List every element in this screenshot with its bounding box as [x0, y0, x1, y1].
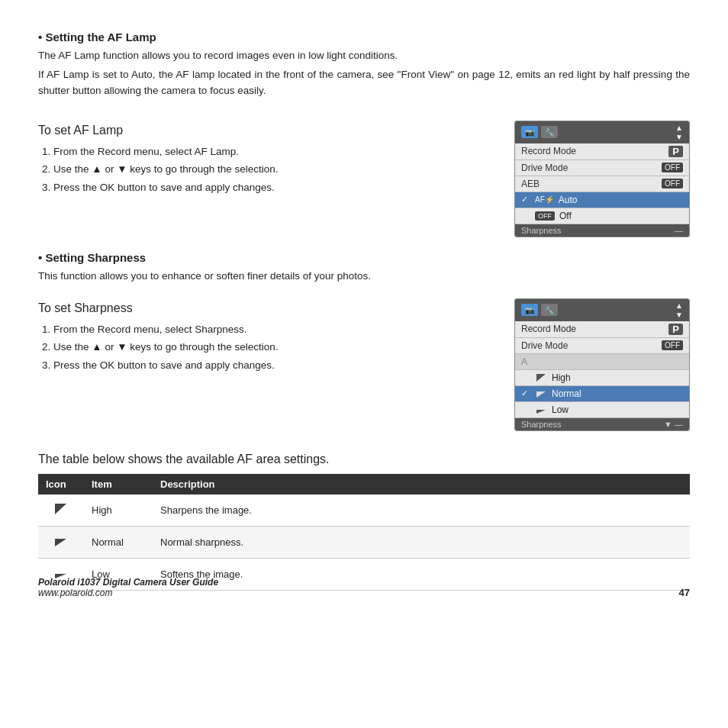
footer-left: Polaroid i1037 Digital Camera User Guide… [38, 577, 218, 598]
table-intro: The table below shows the available AF a… [38, 453, 690, 466]
wrench-icon: 🔧 [541, 126, 558, 138]
high-icon-svg [53, 502, 69, 516]
cam-sharp-drive-mode-label: Drive Mode [521, 340, 568, 351]
cam-sharp-record-mode-label: Record Mode [521, 324, 576, 334]
cam-record-mode-label: Record Mode [521, 146, 576, 156]
sharp-high-option: High [515, 370, 689, 386]
nav-arrows: ▲ ▼ [675, 124, 683, 141]
nav-arrows-2: ▲ ▼ [675, 301, 683, 319]
cam-record-mode-row: Record Mode P [515, 143, 689, 160]
table-icon-high [38, 494, 84, 527]
wrench-icon-2: 🔧 [541, 304, 558, 316]
svg-marker-2 [536, 410, 546, 414]
high-sharp-icon [535, 372, 547, 383]
sharpness-camera-ui: 📷 🔧 ▲ ▼ Record Mode P Drive Mode OFF [514, 298, 690, 431]
normal-sharp-icon [535, 388, 547, 399]
cam-drive-mode-value: OFF [662, 163, 683, 172]
sharpness-value-2: ▼ — [664, 420, 683, 429]
up-arrow-icon: ▲ [675, 124, 683, 132]
table-header-row: Icon Item Description [38, 474, 690, 494]
af-auto-label: Auto [559, 195, 578, 205]
sharp-normal-label: Normal [552, 388, 581, 399]
cam-sharp-header: 📷 🔧 ▲ ▼ [515, 299, 689, 321]
cam-sharp-record-mode-value: P [668, 324, 683, 335]
af-lamp-step-2: Use the ▲ or ▼ keys to go through the se… [53, 161, 499, 178]
camera-mode-icon-2: 📷 [521, 304, 538, 316]
cam-record-mode-value: P [668, 146, 683, 157]
check-placeholder-l [521, 405, 530, 414]
cam-header-icons: 📷 🔧 [521, 126, 558, 138]
cam-sharp-aeb-label: A [521, 356, 527, 367]
up-arrow-icon-2: ▲ [675, 301, 683, 310]
down-arrow-icon-2: ▼ [675, 311, 683, 319]
camera-mode-icon: 📷 [521, 126, 538, 138]
footer: Polaroid i1037 Digital Camera User Guide… [38, 577, 690, 598]
sharpness-bar: Sharpness — [515, 224, 689, 237]
af-lamp-para1: The AF Lamp function allows you to recor… [38, 48, 690, 64]
footer-url: www.polaroid.com [38, 588, 218, 598]
down-arrow-icon: ▼ [675, 133, 683, 141]
table-row: High Sharpens the image. [38, 494, 690, 527]
sharp-high-label: High [552, 372, 571, 383]
af-lamp-title: • Setting the AF Lamp [38, 31, 690, 43]
sharpness-bar-2: Sharpness ▼ — [515, 418, 689, 430]
cam-header: 📷 🔧 ▲ ▼ [515, 121, 689, 143]
cam-sharp-drive-mode-value: OFF [662, 340, 683, 350]
footer-brand: Polaroid i1037 Digital Camera User Guide [38, 577, 218, 588]
af-off-label: Off [559, 211, 572, 221]
svg-marker-3 [55, 504, 66, 514]
sharp-normal-option: ✓ Normal [515, 386, 689, 402]
cam-aeb-row: AEB OFF [515, 176, 689, 192]
sharpness-para1: This function allows you to enhance or s… [38, 269, 690, 285]
check-icon: ✓ [521, 195, 530, 205]
sharpness-value: — [675, 226, 683, 235]
table-icon-normal [38, 526, 84, 558]
af-icon: AF⚡ [535, 195, 554, 204]
sharpness-step-2: Use the ▲ or ▼ keys to go through the se… [53, 339, 499, 356]
normal-icon-svg [53, 534, 69, 548]
cam-aeb-label: AEB [521, 179, 540, 189]
table-header-description: Description [153, 474, 690, 494]
sharpness-label-2: Sharpness [521, 420, 562, 429]
table-item-high: High [84, 494, 153, 527]
af-lamp-para2: If AF Lamp is set to Auto, the AF lamp l… [38, 67, 690, 99]
af-lamp-step-1: From the Record menu, select AF Lamp. [53, 143, 499, 160]
af-auto-option: ✓ AF⚡ Auto [515, 192, 689, 208]
sharpness-step-1: From the Record menu, select Sharpness. [53, 321, 499, 338]
sharpness-table: Icon Item Description High Sharpens the … [38, 474, 690, 591]
check-placeholder [521, 211, 530, 221]
footer-page-number: 47 [679, 587, 690, 598]
cam-sharp-record-mode-row: Record Mode P [515, 321, 689, 338]
sharpness-steps: From the Record menu, select Sharpness. … [53, 321, 499, 374]
sharpness-title: • Setting Sharpness [38, 251, 690, 264]
svg-marker-4 [55, 539, 66, 546]
table-row: Normal Normal sharpness. [38, 526, 690, 558]
table-desc-high: Sharpens the image. [153, 494, 690, 527]
cam-drive-mode-row: Drive Mode OFF [515, 160, 689, 176]
cam-sharp-header-icons: 📷 🔧 [521, 304, 558, 316]
table-item-normal: Normal [84, 526, 153, 558]
af-off-option: OFF Off [515, 208, 689, 224]
check-placeholder-h [521, 373, 530, 382]
sharpness-step-3: Press the OK button to save and apply ch… [53, 357, 499, 374]
af-lamp-steps: From the Record menu, select AF Lamp. Us… [53, 143, 499, 196]
check-normal: ✓ [521, 388, 530, 398]
low-sharp-icon [535, 404, 547, 415]
svg-marker-1 [536, 391, 546, 398]
table-desc-normal: Normal sharpness. [153, 526, 690, 558]
off-badge: OFF [535, 211, 555, 221]
af-lamp-step-3: Press the OK button to save and apply ch… [53, 179, 499, 196]
cam-drive-mode-label: Drive Mode [521, 163, 568, 173]
sharpness-to-set-title: To set Sharpness [38, 301, 499, 315]
svg-marker-0 [536, 374, 546, 382]
af-lamp-to-set-title: To set AF Lamp [38, 124, 499, 137]
cam-sharp-aeb-row: A [515, 354, 689, 370]
cam-sharp-drive-mode-row: Drive Mode OFF [515, 338, 689, 354]
sharp-low-option: Low [515, 402, 689, 418]
table-header-icon: Icon [38, 474, 84, 494]
sharpness-label: Sharpness [521, 226, 562, 235]
cam-aeb-value: OFF [662, 179, 683, 188]
sharp-low-label: Low [552, 404, 569, 415]
table-header-item: Item [84, 474, 153, 494]
af-lamp-camera-ui: 📷 🔧 ▲ ▼ Record Mode P Drive Mode OFF AEB… [514, 121, 690, 237]
